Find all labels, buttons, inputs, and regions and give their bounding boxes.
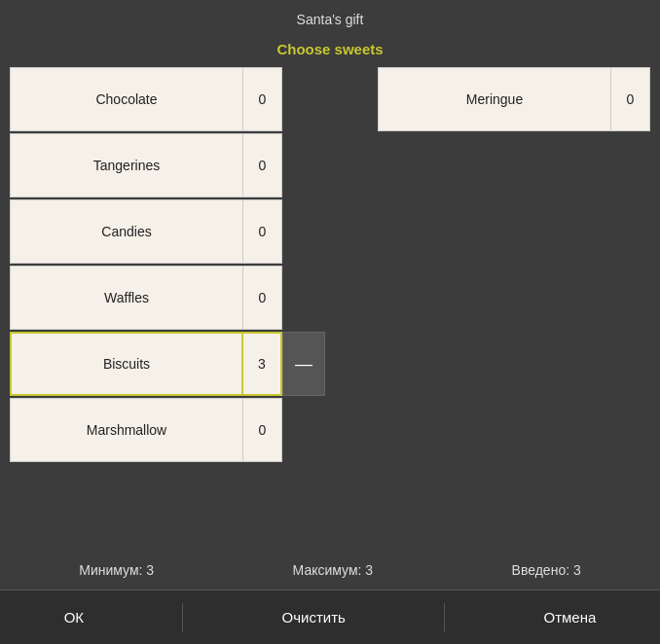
footer-divider-2: [444, 603, 445, 632]
footer-divider-1: [182, 603, 183, 632]
right-column: Meringue0: [335, 67, 650, 551]
item-count: 3: [243, 332, 282, 396]
item-label[interactable]: Chocolate: [10, 67, 243, 131]
item-spacer: [282, 67, 325, 131]
main-content: Chocolate0Tangerines0Candies0Waffles0Bis…: [0, 67, 660, 551]
left-item-row: Candies0: [10, 199, 325, 264]
footer-bar: ОК Очистить Отмена: [0, 590, 660, 644]
right-item-label[interactable]: Meringue: [378, 67, 611, 131]
item-count: 0: [243, 133, 282, 197]
item-count: 0: [243, 266, 282, 330]
item-label[interactable]: Tangerines: [10, 133, 243, 197]
item-count: 0: [243, 67, 282, 131]
left-column: Chocolate0Tangerines0Candies0Waffles0Bis…: [10, 67, 325, 551]
item-spacer: [282, 398, 325, 462]
item-label[interactable]: Candies: [10, 199, 243, 264]
right-spacer: [335, 67, 378, 131]
item-label[interactable]: Waffles: [10, 266, 243, 330]
max-stat: Максимум: 3: [293, 562, 374, 578]
stats-bar: Минимум: 3 Максимум: 3 Введено: 3: [0, 551, 660, 590]
item-label[interactable]: Marshmallow: [10, 398, 243, 462]
min-stat: Минимум: 3: [79, 562, 154, 578]
right-item-row: Meringue0: [335, 67, 650, 131]
entered-stat: Введено: 3: [512, 562, 581, 578]
left-item-row: Waffles0: [10, 266, 325, 330]
left-item-row: Chocolate0: [10, 67, 325, 131]
item-count: 0: [243, 199, 282, 264]
item-spacer: [282, 199, 325, 264]
item-spacer: [282, 266, 325, 330]
item-spacer: [282, 133, 325, 197]
left-item-row: Marshmallow0: [10, 398, 325, 462]
main-window: Santa's gift Choose sweets Chocolate0Tan…: [0, 0, 660, 644]
window-title: Santa's gift: [297, 12, 364, 27]
item-label[interactable]: Biscuits: [10, 332, 243, 396]
left-item-row: Biscuits3—: [10, 332, 325, 396]
cancel-button[interactable]: Отмена: [514, 599, 625, 635]
left-item-row: Tangerines0: [10, 133, 325, 197]
item-count: 0: [243, 398, 282, 462]
ok-button[interactable]: ОК: [35, 599, 113, 635]
subtitle: Choose sweets: [0, 35, 660, 67]
decrement-button[interactable]: —: [282, 332, 325, 396]
title-bar: Santa's gift: [0, 0, 660, 35]
clear-button[interactable]: Очистить: [253, 599, 375, 635]
right-item-count: 0: [611, 67, 650, 131]
